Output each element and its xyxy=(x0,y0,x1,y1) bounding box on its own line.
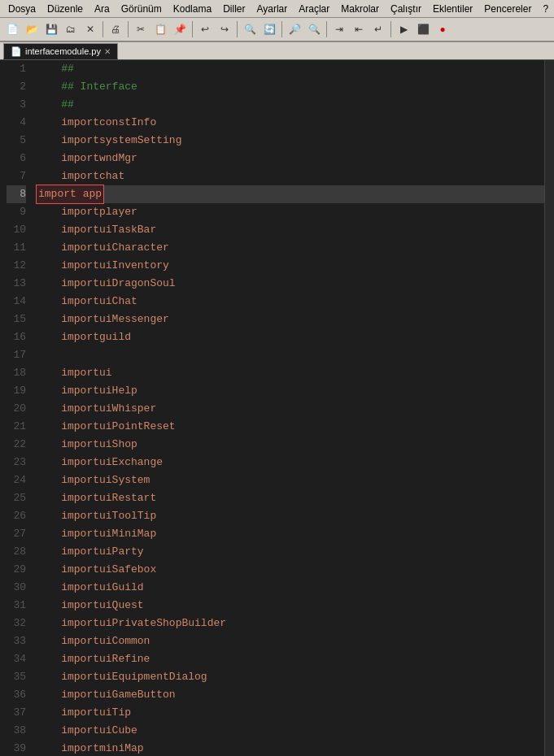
tab-close-button[interactable]: ✕ xyxy=(104,47,111,56)
module-name: uiCube xyxy=(99,722,137,740)
menu-pencereler[interactable]: Pencereler xyxy=(479,2,536,16)
line-number-15: 15 xyxy=(7,311,26,328)
zoom-out-button[interactable]: 🔍 xyxy=(305,20,323,38)
code-line-29: import uiSafebox xyxy=(36,561,544,579)
line-number-3: 3 xyxy=(7,96,26,114)
import-keyword: import xyxy=(36,525,99,543)
line-number-29: 29 xyxy=(7,561,26,579)
code-line-25: import uiRestart xyxy=(36,489,544,507)
undo-button[interactable]: ↩ xyxy=(196,20,214,38)
toolbar-sep-7 xyxy=(390,21,391,37)
open-button[interactable]: 📂 xyxy=(23,20,41,38)
module-name: uiTaskBar xyxy=(99,221,156,239)
module-name: uiPrivateShopBuilder xyxy=(99,615,226,632)
code-line-5: import systemSetting xyxy=(36,132,544,150)
code-line-12: import uiInventory xyxy=(36,257,544,275)
line-number-38: 38 xyxy=(7,722,26,740)
tab-filename: interfacemodule.py xyxy=(25,46,101,56)
line-number-20: 20 xyxy=(7,400,26,418)
line-number-32: 32 xyxy=(7,615,26,632)
outdent-button[interactable]: ⇤ xyxy=(350,20,368,38)
line-number-25: 25 xyxy=(7,489,26,507)
import-keyword: import xyxy=(36,561,99,579)
code-line-34: import uiRefine xyxy=(36,650,544,668)
code-line-27: import uiMiniMap xyxy=(36,525,544,543)
menu-ayarlar[interactable]: Ayarlar xyxy=(251,2,292,16)
code-line-21: import uiPointReset xyxy=(36,418,544,436)
code-line-17 xyxy=(36,346,544,364)
module-name: uiQuest xyxy=(99,597,144,615)
module-name: uiWhisper xyxy=(99,400,156,418)
import-keyword: import xyxy=(36,740,99,756)
import-keyword: import xyxy=(36,150,99,167)
module-name: uiToolTip xyxy=(99,507,156,525)
indent-button[interactable]: ⇥ xyxy=(330,20,348,38)
run-button[interactable]: ▶ xyxy=(395,20,412,38)
code-area[interactable]: ## ## Interface ## import constInfo impo… xyxy=(33,60,544,756)
menu-araclar[interactable]: Araçlar xyxy=(294,2,334,16)
wrap-button[interactable]: ↵ xyxy=(369,20,387,38)
menu-duzenle[interactable]: Düzenle xyxy=(42,2,88,16)
highlighted-import-app: import app xyxy=(36,185,104,204)
menu-eklentiler[interactable]: Eklentiler xyxy=(428,2,478,16)
menu-ara[interactable]: Ara xyxy=(89,2,115,16)
module-name: uiGameButton xyxy=(99,686,176,704)
line-number-34: 34 xyxy=(7,650,26,668)
redo-button[interactable]: ↪ xyxy=(216,20,233,38)
line-number-21: 21 xyxy=(7,418,26,436)
stop-button[interactable]: ⬛ xyxy=(414,20,432,38)
scrollbar[interactable] xyxy=(544,60,554,756)
import-keyword: import xyxy=(36,275,99,293)
module-name: uiRefine xyxy=(99,650,150,668)
module-name: uiGuild xyxy=(99,579,144,597)
menu-gorunum[interactable]: Görünüm xyxy=(116,2,167,16)
module-name: guild xyxy=(99,328,131,346)
module-name: uiSystem xyxy=(99,471,150,489)
line-number-37: 37 xyxy=(7,704,26,722)
module-name: systemSetting xyxy=(99,132,181,150)
line-number-28: 28 xyxy=(7,543,26,561)
menu-help[interactable]: ? xyxy=(538,2,553,16)
menu-kodlama[interactable]: Kodlama xyxy=(168,2,216,16)
menu-calistir[interactable]: Çalıştır xyxy=(386,2,426,16)
replace-button[interactable]: 🔄 xyxy=(260,20,278,38)
comment-text: ## Interface xyxy=(36,78,137,96)
module-name: uiParty xyxy=(99,543,144,561)
import-keyword: import xyxy=(36,436,99,454)
print-button[interactable]: 🖨 xyxy=(107,20,124,38)
cut-button[interactable]: ✂ xyxy=(132,20,150,38)
import-keyword: import xyxy=(36,239,99,257)
import-keyword: import xyxy=(36,418,99,436)
line-number-2: 2 xyxy=(7,78,26,96)
close-button[interactable]: ✕ xyxy=(81,20,99,38)
toolbar-sep-3 xyxy=(192,21,193,37)
find-button[interactable]: 🔍 xyxy=(241,20,259,38)
line-number-30: 30 xyxy=(7,579,26,597)
zoom-in-button[interactable]: 🔎 xyxy=(286,20,303,38)
module-name: uiTip xyxy=(99,704,131,722)
save-all-button[interactable]: 🗂 xyxy=(62,20,80,38)
code-line-23: import uiExchange xyxy=(36,454,544,471)
module-name: player xyxy=(99,203,137,221)
tab-interfacemodule[interactable]: 📄 interfacemodule.py ✕ xyxy=(3,43,118,59)
record-button[interactable]: ● xyxy=(434,20,451,38)
copy-button[interactable]: 📋 xyxy=(151,20,169,38)
save-button[interactable]: 💾 xyxy=(42,20,60,38)
code-line-30: import uiGuild xyxy=(36,579,544,597)
import-keyword: import xyxy=(36,489,99,507)
import-keyword: import xyxy=(36,364,99,382)
menu-dosya[interactable]: Dosya xyxy=(3,2,41,16)
code-line-10: import uiTaskBar xyxy=(36,221,544,239)
paste-button[interactable]: 📌 xyxy=(171,20,189,38)
import-keyword: import xyxy=(36,650,99,668)
import-keyword: import xyxy=(36,167,99,185)
import-keyword: import xyxy=(36,221,99,239)
code-line-19: import uiHelp xyxy=(36,382,544,400)
module-name: uiCharacter xyxy=(99,239,169,257)
line-number-1: 1 xyxy=(7,60,26,78)
menu-makrolar[interactable]: Makrolar xyxy=(336,2,384,16)
menu-diller[interactable]: Diller xyxy=(218,2,250,16)
new-file-button[interactable]: 📄 xyxy=(3,20,21,38)
module-name: uiExchange xyxy=(99,454,163,471)
line-number-19: 19 xyxy=(7,382,26,400)
